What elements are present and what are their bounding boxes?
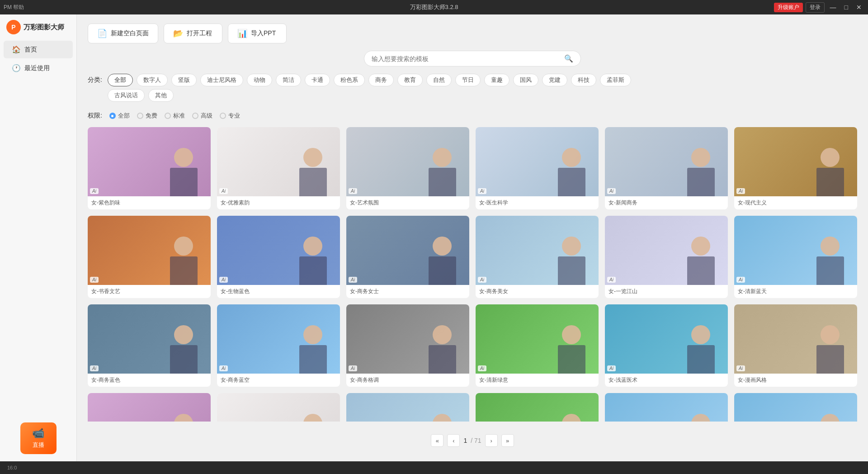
template-card[interactable]: Ai 女-... (734, 393, 857, 422)
template-card[interactable]: Ai 女-紫色韵味 (88, 127, 211, 209)
sidebar-item-home[interactable]: 🏠 首页 (4, 41, 73, 58)
page-next-button[interactable]: › (485, 434, 498, 447)
rights-filter: 权限: 全部 免费 标准 高级 专业 (88, 112, 857, 120)
sidebar-item-home-label: 首页 (24, 46, 37, 54)
import-btn-label: 导入PPT (251, 29, 276, 38)
rights-label: 权限: (88, 112, 102, 120)
filter-chinese[interactable]: 国风 (513, 74, 538, 86)
import-ppt-button[interactable]: 📊 导入PPT (228, 24, 287, 43)
template-card[interactable]: Ai 女-... (346, 393, 469, 422)
template-card[interactable]: Ai 女-... (88, 393, 211, 422)
card-label: 女-商务美女 (476, 285, 599, 298)
close-button[interactable]: ✕ (854, 4, 864, 11)
search-icon[interactable]: 🔍 (564, 54, 573, 63)
radio-all (109, 113, 116, 119)
ai-badge: Ai (219, 188, 228, 194)
filter-tech[interactable]: 科技 (571, 74, 596, 86)
bottom-bar: 16:0 (0, 461, 868, 474)
card-label: 女-艺术氛围 (346, 196, 469, 209)
login-button[interactable]: 登录 (806, 2, 825, 13)
filter-education[interactable]: 教育 (397, 74, 423, 86)
template-card[interactable]: Ai 女-... (605, 393, 728, 422)
titlebar-controls: 升级账户 登录 — □ ✕ (774, 2, 864, 13)
template-card[interactable]: Ai 女-商务女士 (346, 216, 469, 298)
template-card[interactable]: Ai 女-商务美女 (476, 216, 599, 298)
card-thumbnail: Ai (346, 127, 469, 196)
filter-children[interactable]: 童趣 (484, 74, 509, 86)
filter-nature[interactable]: 自然 (426, 74, 452, 86)
import-icon: 📊 (237, 28, 247, 38)
filter-holiday[interactable]: 节日 (455, 74, 481, 86)
category-row-2: 分类: 古风说话 其他 (88, 89, 857, 102)
ai-badge: Ai (607, 188, 616, 194)
ai-badge: Ai (736, 188, 745, 194)
rights-all[interactable]: 全部 (109, 112, 130, 120)
template-card[interactable]: Ai 女-生物蓝色 (217, 216, 340, 298)
search-input[interactable] (372, 55, 561, 62)
template-card[interactable]: Ai 女-医生科学 (476, 127, 599, 209)
filter-digital-person[interactable]: 数字人 (137, 74, 168, 86)
template-card[interactable]: Ai 女-商务格调 (346, 304, 469, 387)
card-thumbnail: Ai (217, 304, 340, 374)
template-card[interactable]: Ai 女-书香文艺 (88, 216, 211, 298)
template-card[interactable]: Ai 女-漫画风格 (734, 304, 857, 387)
rights-standard[interactable]: 标准 (165, 112, 185, 120)
template-card[interactable]: Ai 女-新闻商务 (605, 127, 728, 209)
filter-disney[interactable]: 迪士尼风格 (200, 74, 243, 86)
ai-badge: Ai (607, 277, 616, 283)
card-label: 女-优雅素韵 (217, 196, 340, 209)
filter-cartoon[interactable]: 卡通 (305, 74, 330, 86)
upgrade-button[interactable]: 升级账户 (774, 3, 803, 12)
template-card[interactable]: Ai 女-一览江山 (605, 216, 728, 298)
sidebar-item-recent[interactable]: 🕐 最近使用 (4, 59, 73, 77)
filter-business[interactable]: 商务 (368, 74, 394, 86)
card-thumbnail: Ai (605, 304, 728, 374)
template-card[interactable]: Ai 女-清新绿意 (476, 304, 599, 387)
titlebar-left: PM 帮助 (4, 4, 24, 11)
card-thumbnail: Ai (476, 304, 599, 374)
card-thumbnail: Ai (217, 127, 340, 196)
rights-free[interactable]: 免费 (137, 112, 157, 120)
card-thumbnail: Ai (476, 216, 599, 285)
filter-animal[interactable]: 动物 (247, 74, 272, 86)
ai-badge: Ai (478, 365, 486, 371)
sidebar-bottom: 📹 直播 (0, 415, 76, 461)
filter-pink[interactable]: 粉色系 (334, 74, 365, 86)
template-card[interactable]: Ai 女-商务蓝色 (88, 304, 211, 387)
filter-all[interactable]: 全部 (108, 74, 133, 86)
card-thumbnail: Ai (217, 216, 340, 285)
maximize-button[interactable]: □ (842, 4, 851, 11)
minimize-button[interactable]: — (827, 4, 839, 11)
template-card[interactable]: Ai 女-优雅素韵 (217, 127, 340, 209)
template-card[interactable]: Ai 女-... (217, 393, 340, 422)
pagination: « ‹ 1 / 71 › » (88, 429, 857, 452)
page-first-button[interactable]: « (431, 434, 443, 447)
filter-other[interactable]: 其他 (148, 89, 174, 102)
page-prev-button[interactable]: ‹ (447, 434, 460, 447)
template-card[interactable]: Ai 女-现代主义 (734, 127, 857, 209)
open-icon: 📂 (173, 28, 183, 38)
filter-ancient[interactable]: 古风说话 (108, 89, 145, 102)
card-thumbnail: Ai (346, 304, 469, 374)
filter-memphis[interactable]: 孟菲斯 (600, 74, 631, 86)
template-card[interactable]: Ai 女-浅蓝医术 (605, 304, 728, 387)
rights-advanced[interactable]: 高级 (192, 112, 212, 120)
filter-vertical[interactable]: 竖版 (171, 74, 197, 86)
live-button[interactable]: 📹 直播 (20, 422, 57, 454)
ai-badge: Ai (219, 365, 228, 371)
template-card[interactable]: Ai 女-商务蓝空 (217, 304, 340, 387)
page-last-button[interactable]: » (501, 434, 514, 447)
template-card[interactable]: Ai 女-清新蓝天 (734, 216, 857, 298)
rights-pro[interactable]: 专业 (220, 112, 240, 120)
template-card[interactable]: Ai 女-... (476, 393, 599, 422)
ai-badge: Ai (349, 365, 357, 371)
open-project-button[interactable]: 📂 打开工程 (164, 24, 222, 43)
card-label: 女-漫画风格 (734, 374, 857, 387)
toolbar: 📄 新建空白页面 📂 打开工程 📊 导入PPT (88, 24, 857, 43)
card-thumbnail: Ai (734, 304, 857, 374)
new-blank-button[interactable]: 📄 新建空白页面 (88, 24, 158, 43)
template-card[interactable]: Ai 女-艺术氛围 (346, 127, 469, 209)
filter-simple[interactable]: 简洁 (276, 74, 301, 86)
sidebar-item-recent-label: 最近使用 (24, 64, 50, 72)
filter-party[interactable]: 党建 (542, 74, 567, 86)
